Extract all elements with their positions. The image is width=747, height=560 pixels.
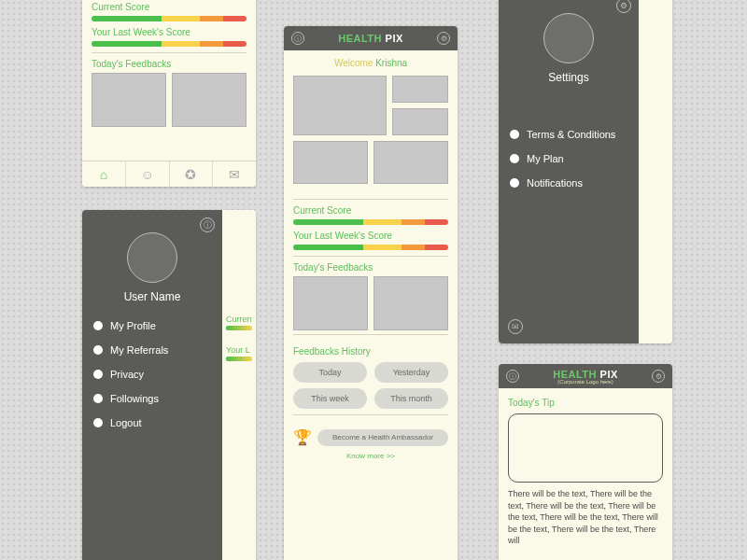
menu-item-followings[interactable]: Followings <box>93 393 211 404</box>
last-week-label: Your Last Week's Score <box>92 27 247 37</box>
menu-item-label: My Profile <box>110 320 156 331</box>
filter-today[interactable]: Today <box>293 362 367 383</box>
menu-item-notifications[interactable]: Notifications <box>510 177 627 189</box>
logo-subtitle: (Corporate Logo here) <box>553 379 618 385</box>
avatar[interactable] <box>127 232 177 283</box>
profile-icon[interactable]: ⓘ <box>506 370 519 383</box>
bullet-icon <box>510 178 519 188</box>
bullet-icon <box>510 130 519 139</box>
menu-item-label: Logout <box>110 417 142 428</box>
tip-label: Today's Tip <box>508 398 663 408</box>
bullet-icon <box>510 154 519 163</box>
bullet-icon <box>93 418 103 427</box>
feedback-thumb[interactable] <box>92 73 166 127</box>
current-score-label: Current Score <box>92 2 247 12</box>
last-week-bar <box>92 41 247 47</box>
bottom-nav: ⌂ ☺ ✪ ✉ <box>82 161 256 187</box>
settings-panel: ⚙ Settings Terms & Conditions My Plan No… <box>499 0 639 343</box>
filter-this-month[interactable]: This month <box>374 388 448 409</box>
profile-icon[interactable]: ⓘ <box>291 32 304 45</box>
main-home-screen: ⓘ HEALTH PIX ⚙ Welcome Krishna Current S… <box>284 26 458 560</box>
avatar[interactable] <box>543 13 594 63</box>
settings-icon[interactable]: ⚙ <box>437 32 450 45</box>
divider <box>293 199 448 200</box>
settings-icon[interactable]: ⚙ <box>616 0 631 13</box>
menu-item-label: Privacy <box>110 369 144 380</box>
last-week-label: Your Last Week's Score <box>293 231 448 241</box>
tip-screen: ⓘ HEALTH PIX (Corporate Logo here) ⚙ Tod… <box>499 364 672 560</box>
app-logo: HEALTH PIX <box>553 369 618 380</box>
divider <box>92 52 247 53</box>
menu-item-label: Followings <box>110 393 159 404</box>
settings-icon[interactable]: ⚙ <box>652 370 665 383</box>
settings-title: Settings <box>510 71 627 84</box>
feedback-thumb[interactable] <box>293 276 368 330</box>
feedback-thumb[interactable] <box>374 276 448 330</box>
menu-item-privacy[interactable]: Privacy <box>93 369 211 380</box>
trophy-icon: 🏆 <box>293 428 312 446</box>
bg-label: Your L <box>226 345 252 355</box>
grid-image[interactable] <box>392 108 448 135</box>
bullet-icon <box>93 321 103 330</box>
nav-home[interactable]: ⌂ <box>82 161 126 187</box>
feedback-thumb[interactable] <box>172 73 247 127</box>
grid-image[interactable] <box>293 141 368 184</box>
nav-help[interactable]: ✪ <box>170 161 214 187</box>
menu-item-plan[interactable]: My Plan <box>510 153 627 164</box>
bullet-icon <box>93 394 103 403</box>
app-logo: HEALTH PIX <box>338 33 403 44</box>
bg-bar <box>226 357 252 361</box>
know-more-link[interactable]: Know more >> <box>284 452 458 460</box>
bg-bar <box>226 326 252 330</box>
menu-item-label: My Plan <box>527 153 564 164</box>
current-score-bar <box>92 16 247 21</box>
last-week-bar <box>293 245 448 250</box>
background-content <box>639 0 672 343</box>
tip-body-text: There will be the text, There will be th… <box>499 488 672 547</box>
image-grid <box>284 76 458 184</box>
grid-image[interactable] <box>392 76 448 103</box>
menu-item-logout[interactable]: Logout <box>93 417 211 428</box>
grid-image[interactable] <box>374 141 448 184</box>
nav-people[interactable]: ☺ <box>126 161 170 187</box>
menu-item-label: Notifications <box>527 177 583 189</box>
user-name: User Name <box>93 290 211 303</box>
nav-chat[interactable]: ✉ <box>213 161 256 187</box>
welcome-text: Welcome Krishna <box>284 58 458 68</box>
filter-this-week[interactable]: This week <box>293 388 367 409</box>
divider <box>293 414 448 415</box>
user-menu-panel: ⓘ User Name My Profile My Referrals Priv… <box>82 210 222 560</box>
background-content: Current Your L ⌂ <box>222 210 256 560</box>
feedbacks-label: Today's Feedbacks <box>92 59 247 69</box>
app-header: ⓘ HEALTH PIX (Corporate Logo here) ⚙ <box>499 364 672 388</box>
menu-item-label: Terms & Conditions <box>527 129 615 140</box>
tip-image-box <box>508 413 663 483</box>
history-label: Feedbacks History <box>293 346 448 357</box>
bullet-icon <box>93 370 103 379</box>
bullet-icon <box>93 345 103 355</box>
menu-item-referrals[interactable]: My Referrals <box>93 344 211 356</box>
chat-icon[interactable]: ✉ <box>508 319 523 334</box>
home-screen-partial: Current Score Your Last Week's Score Tod… <box>82 0 256 187</box>
grid-image[interactable] <box>293 76 387 135</box>
settings-screen: ⚙ Settings Terms & Conditions My Plan No… <box>499 0 672 343</box>
divider <box>293 256 448 257</box>
bg-label: Current <box>226 315 252 324</box>
user-menu-screen: Current Your L ⌂ ⓘ User Name My Profile … <box>82 210 256 560</box>
ambassador-button[interactable]: Become a Health Ambassador <box>317 429 448 446</box>
menu-item-profile[interactable]: My Profile <box>93 320 211 331</box>
app-header: ⓘ HEALTH PIX ⚙ <box>284 26 458 50</box>
feedbacks-label: Today's Feedbacks <box>293 262 448 273</box>
current-score-label: Current Score <box>293 205 448 216</box>
filter-yesterday[interactable]: Yesterday <box>374 362 448 383</box>
current-score-bar <box>293 219 448 225</box>
close-icon[interactable]: ⓘ <box>200 217 215 232</box>
divider <box>293 334 448 335</box>
menu-item-terms[interactable]: Terms & Conditions <box>510 129 627 140</box>
menu-item-label: My Referrals <box>110 344 168 356</box>
